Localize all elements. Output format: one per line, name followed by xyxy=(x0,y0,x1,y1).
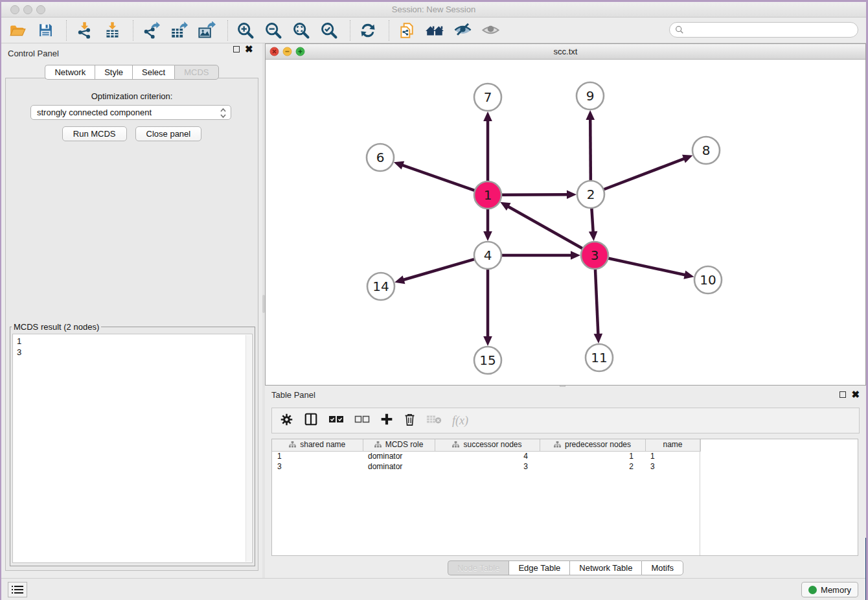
column-tree-icon xyxy=(374,441,382,448)
criterion-select[interactable]: strongly connected component xyxy=(30,105,231,120)
table-cell[interactable]: 1 xyxy=(540,451,645,461)
mcds-result-list[interactable]: 13 xyxy=(12,334,253,563)
svg-text:7: 7 xyxy=(484,89,492,105)
delete-table-icon xyxy=(426,414,442,427)
copy-network-icon[interactable] xyxy=(397,21,417,40)
graph-edge-4-3[interactable] xyxy=(501,251,580,260)
import-table-icon[interactable] xyxy=(102,21,122,40)
column-header-shared-name[interactable]: shared name xyxy=(272,439,363,451)
import-network-icon[interactable] xyxy=(74,21,94,40)
svg-text:9: 9 xyxy=(586,88,595,104)
tab-motifs[interactable]: Motifs xyxy=(641,560,683,575)
graph-edge-4-15[interactable] xyxy=(483,269,492,346)
graph-node-14[interactable]: 14 xyxy=(367,273,394,300)
graph-node-2[interactable]: 2 xyxy=(577,181,604,208)
graph-node-3[interactable]: 3 xyxy=(581,242,608,269)
column-header-predecessor-nodes[interactable]: predecessor nodes xyxy=(540,439,645,451)
graph-node-7[interactable]: 7 xyxy=(474,84,501,111)
export-table-icon[interactable] xyxy=(169,21,188,40)
graph-edge-4-14[interactable] xyxy=(394,259,475,284)
export-image-icon[interactable] xyxy=(197,21,216,40)
memory-status-icon xyxy=(808,586,817,594)
graph-edge-3-10[interactable] xyxy=(608,258,694,279)
tab-mcds[interactable]: MCDS xyxy=(174,65,218,80)
svg-text:10: 10 xyxy=(700,272,716,288)
result-scrollbar[interactable] xyxy=(246,335,251,562)
column-header-successor-nodes[interactable]: successor nodes xyxy=(435,439,540,451)
window-titlebar: Session: New Session xyxy=(1,2,866,17)
network-window-titlebar[interactable]: scc.txt xyxy=(266,44,865,60)
float-table-panel-icon[interactable] xyxy=(839,391,846,398)
tab-network[interactable]: Network xyxy=(45,65,95,80)
close-table-panel-icon[interactable]: ✖ xyxy=(851,391,860,398)
home-icon[interactable] xyxy=(425,21,444,40)
table-row[interactable]: 1dominator411 xyxy=(272,451,700,461)
save-icon[interactable] xyxy=(36,21,55,40)
graph-node-11[interactable]: 11 xyxy=(586,344,613,371)
delete-column-icon[interactable] xyxy=(404,413,416,429)
refresh-icon[interactable] xyxy=(358,21,378,40)
select-all-columns-icon[interactable] xyxy=(328,415,344,426)
table-row[interactable]: 3dominator323 xyxy=(272,461,700,472)
zoom-fit-icon[interactable] xyxy=(291,21,311,40)
mcds-result-box: MCDS result (2 nodes) 13 xyxy=(10,322,255,566)
graph-edge-2-3[interactable] xyxy=(589,208,598,241)
close-panel-button[interactable]: Close panel xyxy=(135,126,202,141)
graph-edge-1-4[interactable] xyxy=(483,209,492,241)
search-field[interactable] xyxy=(669,22,858,38)
table-cell[interactable]: dominator xyxy=(363,461,435,472)
graph-edge-2-8[interactable] xyxy=(604,155,693,190)
graph-node-10[interactable]: 10 xyxy=(694,266,722,294)
zoom-out-icon[interactable] xyxy=(264,21,283,40)
tab-style[interactable]: Style xyxy=(95,65,132,80)
tab-edge-table[interactable]: Edge Table xyxy=(508,560,569,575)
export-network-icon[interactable] xyxy=(141,21,161,40)
create-column-icon[interactable] xyxy=(380,413,393,428)
graph-node-9[interactable]: 9 xyxy=(577,82,604,110)
network-canvas[interactable]: 1234678910111415 xyxy=(266,60,865,385)
graph-node-8[interactable]: 8 xyxy=(692,137,720,164)
table-cell[interactable]: 1 xyxy=(645,451,700,461)
column-header-MCDS-role[interactable]: MCDS role xyxy=(363,439,435,451)
graph-edge-1-7[interactable] xyxy=(483,111,492,181)
graph-edge-1-2[interactable] xyxy=(501,190,577,199)
column-header-name[interactable]: name xyxy=(645,439,700,451)
float-panel-icon[interactable] xyxy=(233,46,240,52)
open-icon[interactable] xyxy=(8,21,27,40)
zoom-selected-icon[interactable] xyxy=(319,21,339,40)
tab-node-table[interactable]: Node Table xyxy=(448,560,509,575)
zoom-in-icon[interactable] xyxy=(236,21,255,40)
graph-edge-1-6[interactable] xyxy=(394,161,475,190)
graph-node-4[interactable]: 4 xyxy=(474,242,501,269)
svg-text:6: 6 xyxy=(376,150,385,165)
table-tabs: Node TableEdge TableNetwork TableMotifs xyxy=(265,560,866,575)
table-settings-gear-icon[interactable] xyxy=(280,413,293,429)
hide-selected-icon[interactable] xyxy=(453,21,472,40)
graph-edge-3-11[interactable] xyxy=(594,269,603,343)
memory-button[interactable]: Memory xyxy=(801,582,858,597)
table-cell[interactable]: dominator xyxy=(363,451,435,461)
unselect-all-columns-icon[interactable] xyxy=(354,415,370,426)
tab-network-table[interactable]: Network Table xyxy=(569,560,641,575)
table-cell[interactable]: 3 xyxy=(272,461,363,472)
graph-edge-3-1[interactable] xyxy=(500,202,583,249)
table-cell[interactable]: 3 xyxy=(645,461,700,472)
search-input[interactable] xyxy=(687,25,858,35)
table-cell[interactable]: 4 xyxy=(435,451,540,461)
graph-node-6[interactable]: 6 xyxy=(367,144,394,171)
graph-edge-2-9[interactable] xyxy=(586,110,595,181)
show-columns-icon[interactable] xyxy=(304,412,318,429)
table-cell[interactable]: 1 xyxy=(272,451,363,461)
run-mcds-button[interactable]: Run MCDS xyxy=(62,126,127,141)
svg-text:14: 14 xyxy=(372,279,389,294)
graph-node-15[interactable]: 15 xyxy=(474,347,501,374)
tab-select[interactable]: Select xyxy=(132,65,174,80)
node-table[interactable]: shared nameMCDS rolesuccessor nodesprede… xyxy=(271,439,858,556)
close-panel-icon[interactable]: ✖ xyxy=(245,46,253,52)
task-history-button[interactable] xyxy=(8,582,27,597)
table-cell[interactable]: 3 xyxy=(435,461,540,472)
show-all-icon[interactable] xyxy=(481,21,500,40)
memory-label: Memory xyxy=(821,585,851,595)
graph-node-1[interactable]: 1 xyxy=(474,181,501,209)
table-cell[interactable]: 2 xyxy=(540,461,645,472)
